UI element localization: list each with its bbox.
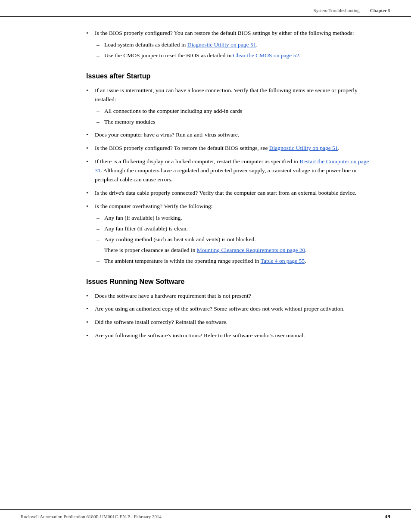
intro-list: Is the BIOS properly configured? You can… xyxy=(86,29,372,60)
list-item: Are you following the software's instruc… xyxy=(86,331,372,340)
item-text: Is the drive's data cable properly conne… xyxy=(95,190,356,196)
item-text: Are you following the software's instruc… xyxy=(95,332,305,339)
section1-list: If an issue is intermittent, you can hav… xyxy=(86,86,372,266)
list-item: If an issue is intermittent, you can hav… xyxy=(86,86,372,127)
list-item: Any fan filter (if available) is clean. xyxy=(95,224,372,233)
item-text: All connections to the computer includin… xyxy=(104,108,242,114)
item-text: If there is a flickering display or a lo… xyxy=(95,158,369,183)
item-text: Use the CMOS jumper to reset the BIOS as… xyxy=(104,52,301,59)
item-text: Does the software have a hardware requir… xyxy=(95,292,251,299)
item-text: The memory modules xyxy=(104,118,155,125)
sub-list: Any fan (if available) is working. Any f… xyxy=(95,214,372,266)
list-item: Is the BIOS properly configured? To rest… xyxy=(86,144,372,153)
item-text: Any fan filter (if available) is clean. xyxy=(104,225,188,232)
item-text: Did the software install correctly? Rein… xyxy=(95,319,227,325)
item-text: Does your computer have a virus? Run an … xyxy=(95,131,239,138)
header-section-title: System Troubleshooting xyxy=(314,8,360,13)
list-item: Does the software have a hardware requir… xyxy=(86,292,372,301)
footer-page-number: 49 xyxy=(385,513,390,520)
header-chapter: Chapter 5 xyxy=(370,8,390,13)
list-item: Use the CMOS jumper to reset the BIOS as… xyxy=(95,51,372,60)
item-text: Is the computer overheating? Verify the … xyxy=(95,203,212,209)
footer-publication: Rockwell Automation Publication 6180P-UM… xyxy=(21,514,162,519)
list-item: Load system defaults as detailed in Diag… xyxy=(95,40,372,50)
link-table4[interactable]: Table 4 on page 55 xyxy=(261,258,305,264)
section1-heading: Issues after Startup xyxy=(86,72,372,80)
page-footer: Rockwell Automation Publication 6180P-UM… xyxy=(0,509,411,520)
list-item: Did the software install correctly? Rein… xyxy=(86,318,372,327)
list-item: Is the drive's data cable properly conne… xyxy=(86,189,372,198)
item-text: Are you using an authorized copy of the … xyxy=(95,305,345,312)
link-restart-computer[interactable]: Restart the Computer on page 31 xyxy=(95,158,369,174)
item-text: The ambient temperature is within the op… xyxy=(104,258,306,264)
section2-heading: Issues Running New Software xyxy=(86,278,372,286)
item-text: Any fan (if available) is working. xyxy=(104,215,182,221)
item-text: If an issue is intermittent, you can hav… xyxy=(95,87,358,103)
list-item: Any cooling method (such as heat sink an… xyxy=(95,235,372,244)
list-item: Are you using an authorized copy of the … xyxy=(86,305,372,314)
link-diagnostic-utility-1[interactable]: Diagnostic Utility on page 51 xyxy=(187,41,256,48)
link-clear-cmos[interactable]: Clear the CMOS on page 52 xyxy=(233,52,299,59)
list-item: All connections to the computer includin… xyxy=(95,107,372,116)
list-item: The memory modules xyxy=(95,118,372,127)
item-text: Any cooling method (such as heat sink an… xyxy=(104,236,256,243)
item-text: Load system defaults as detailed in Diag… xyxy=(104,41,258,48)
section2-list: Does the software have a hardware requir… xyxy=(86,292,372,341)
main-content: Is the BIOS properly configured? You can… xyxy=(0,17,411,370)
list-item: Is the BIOS properly configured? You can… xyxy=(86,29,372,60)
list-item: Any fan (if available) is working. xyxy=(95,214,372,223)
list-item: Does your computer have a virus? Run an … xyxy=(86,131,372,140)
link-mounting-clearance[interactable]: Mounting Clearance Requirements on page … xyxy=(197,247,305,253)
page-header: System Troubleshooting Chapter 5 xyxy=(0,0,411,17)
sub-list: All connections to the computer includin… xyxy=(95,107,372,127)
sub-list: Load system defaults as detailed in Diag… xyxy=(95,40,372,60)
item-text: Is the BIOS properly configured? To rest… xyxy=(95,145,339,151)
list-item: Is the computer overheating? Verify the … xyxy=(86,202,372,266)
link-diagnostic-utility-2[interactable]: Diagnostic Utility on page 51 xyxy=(269,145,338,151)
list-item: If there is a flickering display or a lo… xyxy=(86,157,372,184)
item-text: Is the BIOS properly configured? You can… xyxy=(95,30,354,36)
list-item: The ambient temperature is within the op… xyxy=(95,257,372,266)
page-wrapper: System Troubleshooting Chapter 5 Is the … xyxy=(0,0,411,532)
list-item: There is proper clearance as detailed in… xyxy=(95,246,372,255)
item-text: There is proper clearance as detailed in… xyxy=(104,247,307,253)
